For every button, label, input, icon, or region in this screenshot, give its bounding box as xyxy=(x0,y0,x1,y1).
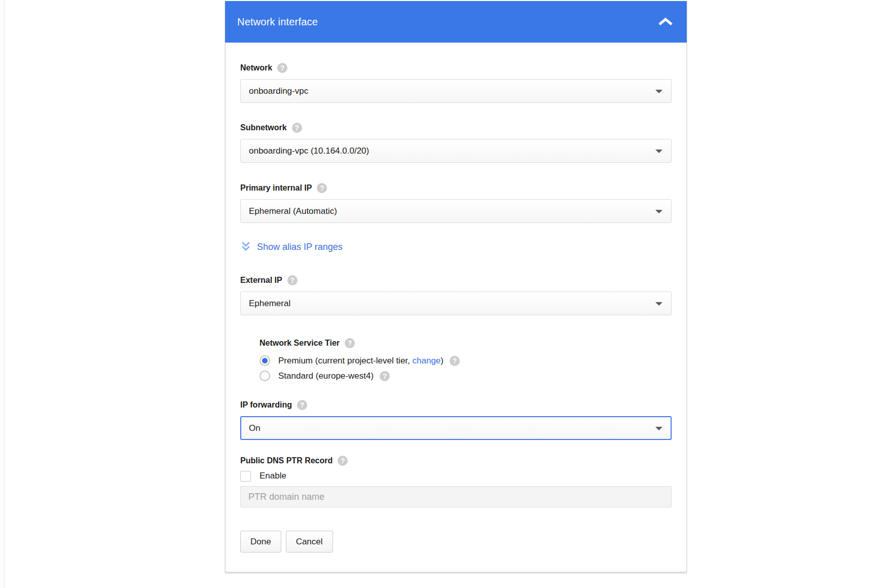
network-label: Network xyxy=(240,63,272,72)
premium-tier-text: Premium (current project-level tier, cha… xyxy=(278,356,444,366)
network-service-tier-section: Network Service Tier ? Premium (current … xyxy=(260,338,672,381)
standard-tier-radio[interactable] xyxy=(260,371,270,381)
network-interface-panel: Network interface Network ? onboarding-v… xyxy=(225,1,687,572)
public-dns-ptr-section: Public DNS PTR Record ? Enable xyxy=(240,456,672,507)
subnetwork-select[interactable]: onboarding-vpc (10.164.0.0/20) xyxy=(240,139,672,163)
enable-ptr-row: Enable xyxy=(240,470,672,482)
help-icon[interactable]: ? xyxy=(317,183,327,193)
help-icon[interactable]: ? xyxy=(292,123,302,133)
help-icon[interactable]: ? xyxy=(450,356,460,366)
primary-internal-ip-select[interactable]: Ephemeral (Automatic) xyxy=(240,199,672,223)
ip-forwarding-select[interactable]: On xyxy=(240,416,672,440)
panel-header: Network interface xyxy=(225,1,687,43)
network-select[interactable]: onboarding-vpc xyxy=(240,79,672,103)
external-ip-label: External IP xyxy=(240,276,282,285)
help-icon[interactable]: ? xyxy=(338,456,348,466)
primary-internal-ip-label: Primary internal IP xyxy=(240,183,312,193)
panel-title: Network interface xyxy=(237,16,318,28)
double-chevron-down-icon xyxy=(241,241,250,252)
external-ip-select[interactable]: Ephemeral xyxy=(240,291,672,315)
chevron-up-icon xyxy=(657,17,674,26)
page-left-margin xyxy=(0,0,4,588)
primary-internal-ip-field: Primary internal IP ? Ephemeral (Automat… xyxy=(240,183,672,223)
action-buttons: Done Cancel xyxy=(240,531,672,553)
premium-tier-radio[interactable] xyxy=(260,355,270,366)
help-icon[interactable]: ? xyxy=(277,63,287,73)
help-icon[interactable]: ? xyxy=(287,275,298,285)
network-field: Network ? onboarding-vpc xyxy=(240,63,672,103)
public-dns-ptr-label: Public DNS PTR Record xyxy=(240,456,333,465)
subnetwork-field: Subnetwork ? onboarding-vpc (10.164.0.0/… xyxy=(240,123,672,163)
subnetwork-label: Subnetwork xyxy=(240,123,287,132)
ip-forwarding-field: IP forwarding ? On xyxy=(240,400,672,440)
standard-tier-text: Standard (europe-west4) xyxy=(278,371,374,381)
change-tier-link[interactable]: change xyxy=(413,356,441,365)
standard-tier-option: Standard (europe-west4) ? xyxy=(260,371,672,381)
page-left-divider xyxy=(4,0,5,588)
external-ip-field: External IP ? Ephemeral xyxy=(240,275,672,315)
done-button[interactable]: Done xyxy=(240,531,281,553)
premium-tier-option: Premium (current project-level tier, cha… xyxy=(260,355,672,366)
enable-ptr-checkbox-label: Enable xyxy=(260,471,286,481)
help-icon[interactable]: ? xyxy=(345,338,355,348)
help-icon[interactable]: ? xyxy=(380,371,390,381)
collapse-panel-button[interactable] xyxy=(654,11,677,33)
enable-ptr-checkbox[interactable] xyxy=(240,471,251,482)
network-service-tier-label: Network Service Tier xyxy=(260,339,340,348)
cancel-button[interactable]: Cancel xyxy=(286,531,333,553)
ptr-domain-name-input[interactable] xyxy=(240,486,672,507)
show-alias-ip-ranges-link[interactable]: Show alias IP ranges xyxy=(257,242,343,252)
help-icon[interactable]: ? xyxy=(297,400,307,410)
panel-body: Network ? onboarding-vpc Subnetwork ? on… xyxy=(225,43,687,572)
alias-ip-ranges-row: Show alias IP ranges xyxy=(241,241,672,252)
ip-forwarding-label: IP forwarding xyxy=(240,400,292,410)
